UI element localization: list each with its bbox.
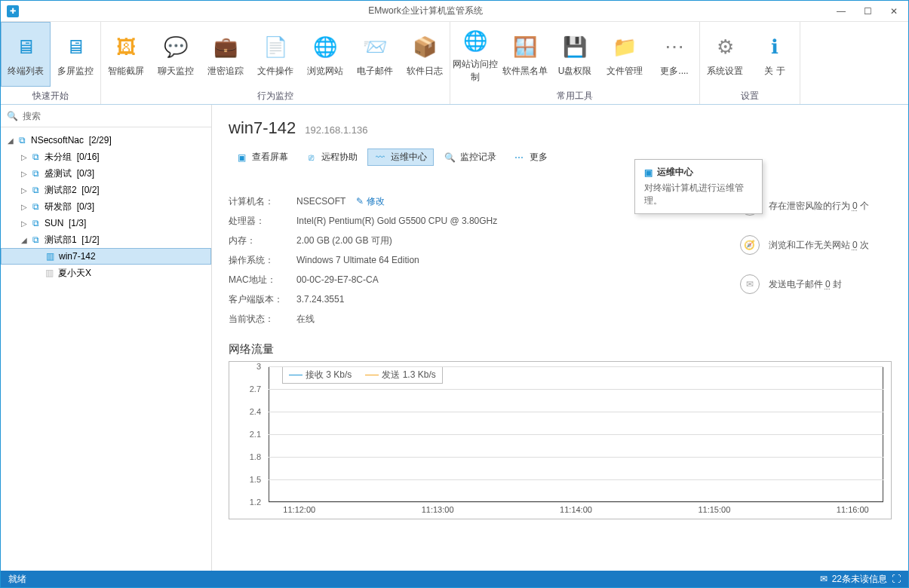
gridline	[269, 479, 883, 480]
more-actions-icon: ⋯	[513, 152, 525, 164]
info-value: Intel(R) Pentium(R) Gold G5500 CPU @ 3.8…	[296, 216, 497, 226]
info-row: 操作系统：Windows 7 Ultimate 64 Edition	[229, 250, 497, 270]
tree-node[interactable]: ▷⧉SUN [1/3]	[1, 215, 211, 231]
xtick: 11:16:00	[837, 505, 869, 514]
host-ip: 192.168.1.136	[305, 124, 367, 136]
info-key: 计算机名：	[229, 195, 296, 208]
window-controls: — ☐ ✕	[832, 5, 902, 18]
tree-node[interactable]: ◢⧉测试部1 [1/2]	[1, 231, 211, 248]
xtick: 11:13:00	[422, 505, 454, 514]
ribbon-sys-set[interactable]: ⚙系统设置	[700, 22, 750, 87]
gridline	[269, 412, 883, 412]
ribbon-label: 软件日志	[407, 65, 443, 78]
group-icon: ⧉	[29, 151, 41, 163]
monitor-log-icon: 🔍	[444, 152, 456, 164]
ribbon-multi-screen[interactable]: 🖥多屏监控	[51, 22, 100, 87]
ribbon-about[interactable]: ℹ关 于	[750, 22, 800, 87]
action-monitor-log[interactable]: 🔍监控记录	[437, 149, 503, 166]
ribbon-label: 更多....	[660, 65, 688, 78]
minimize-button[interactable]: —	[832, 5, 850, 18]
tree-node[interactable]: ▷⧉未分组 [0/16]	[1, 149, 211, 165]
ribbon-label: 系统设置	[707, 65, 743, 78]
more-icon: ⋯	[662, 35, 687, 60]
chart-section: 网络流量 接收 3 Kb/s 发送 1.3 Kb/s 1.21.51.82.12…	[229, 342, 892, 519]
stat-number[interactable]: 0	[852, 240, 858, 250]
info-value: 00-0C-29-E7-8C-CA	[296, 274, 379, 285]
network-chart: 接收 3 Kb/s 发送 1.3 Kb/s 1.21.51.82.12.42.7…	[229, 361, 892, 519]
monitor-icon: 🖥	[63, 35, 88, 60]
ribbon-file-op[interactable]: 📄文件操作	[250, 22, 300, 87]
ribbon-swlog[interactable]: 📦软件日志	[400, 22, 450, 87]
ribbon-group-label: 行为监控	[101, 87, 450, 104]
view-screen-icon: ▣	[235, 152, 247, 164]
close-button[interactable]: ✕	[886, 5, 902, 18]
ribbon-leak-trace[interactable]: 💼泄密追踪	[201, 22, 250, 87]
message-icon: ✉	[820, 574, 828, 584]
action-label: 监控记录	[460, 151, 496, 164]
status-right[interactable]: ✉ 22条未读信息 ⛶	[820, 573, 901, 586]
ribbon-smart-cap[interactable]: 🖼智能截屏	[101, 22, 151, 87]
ribbon-label: 终端列表	[8, 65, 44, 78]
ribbon-terminal-list[interactable]: 🖥终端列表	[1, 22, 51, 87]
ribbon-usb-perm[interactable]: 💾U盘权限	[550, 22, 600, 87]
ribbon-sw-blacklist[interactable]: 🪟软件黑名单	[500, 22, 550, 87]
ribbon-chat-mon[interactable]: 💬聊天监控	[151, 22, 201, 87]
ribbon-browse[interactable]: 🌐浏览网站	[300, 22, 350, 87]
ribbon-label: 网站访问控制	[451, 58, 499, 84]
pc-offline-icon: ▥	[43, 267, 55, 279]
sidebar: 🔍 ◢⧉NSecsoftNac [2/29]▷⧉未分组 [0/16]▷⧉盛测试 …	[1, 105, 212, 571]
tree-node[interactable]: ▥夏小天X	[1, 265, 211, 281]
xtick: 11:12:00	[283, 505, 315, 514]
action-remote-assist[interactable]: ⎚远程协助	[298, 149, 364, 166]
folder-icon: 📁	[612, 35, 637, 60]
edit-name-link[interactable]: ✎修改	[356, 195, 385, 208]
globe-icon: 🌐	[312, 35, 338, 60]
gridline	[269, 389, 883, 390]
ribbon-site-ctrl[interactable]: 🌐网站访问控制	[450, 22, 500, 87]
info-value: 2.00 GB (2.00 GB 可用)	[296, 234, 392, 247]
ribbon-label: 智能截屏	[108, 65, 144, 78]
edit-icon: ✎	[356, 196, 364, 207]
action-more-actions[interactable]: ⋯更多	[506, 149, 554, 166]
tree-node[interactable]: ◢⧉NSecsoftNac [2/29]	[1, 132, 211, 149]
expand-icon[interactable]: ⛶	[892, 574, 901, 584]
status-text: 就绪	[8, 573, 26, 586]
search-box[interactable]: 🔍	[1, 105, 211, 127]
compass-icon: 🧭	[740, 235, 760, 255]
detail-panel: win7-142 192.168.1.136 ▣查看屏幕⎚远程协助〰运维中心🔍监…	[212, 105, 908, 571]
tree-node[interactable]: ▷⧉盛测试 [0/3]	[1, 165, 211, 182]
ribbon-file-mgr[interactable]: 📁文件管理	[600, 22, 650, 87]
tree-node[interactable]: ▥win7-142	[1, 248, 211, 265]
ribbon-label: 软件黑名单	[502, 65, 548, 78]
action-view-screen[interactable]: ▣查看屏幕	[229, 149, 295, 166]
monitor-small-icon: ▣	[644, 167, 653, 178]
tree-node[interactable]: ▷⧉测试部2 [0/2]	[1, 182, 211, 198]
info-row: 内存：2.00 GB (2.00 GB 可用)	[229, 231, 497, 250]
tree-node[interactable]: ▷⧉研发部 [0/3]	[1, 198, 211, 215]
ribbon-email[interactable]: 📨电子邮件	[350, 22, 400, 87]
cube-icon: 📦	[412, 35, 438, 60]
xtick: 11:15:00	[698, 505, 730, 514]
ribbon-group-label: 快速开始	[1, 87, 100, 104]
group-icon: ⧉	[29, 201, 41, 213]
unread-count: 22条未读信息	[832, 573, 887, 586]
stat-number[interactable]: 0	[852, 201, 858, 211]
ribbon-group-label: 常用工具	[450, 87, 699, 104]
gridline	[269, 457, 883, 458]
ytick: 1.8	[250, 452, 261, 461]
search-input[interactable]	[23, 111, 205, 121]
info-row: 客户端版本：3.7.24.3551	[229, 289, 497, 309]
action-ops-center[interactable]: 〰运维中心	[367, 149, 434, 166]
info-key: 操作系统：	[229, 254, 296, 267]
ribbon-more[interactable]: ⋯更多....	[650, 22, 699, 87]
ytick: 1.2	[250, 498, 261, 507]
usb-icon: 💾	[562, 35, 588, 60]
maximize-button[interactable]: ☐	[859, 5, 877, 18]
chart-plot	[269, 366, 883, 502]
main-area: 🔍 ◢⧉NSecsoftNac [2/29]▷⧉未分组 [0/16]▷⧉盛测试 …	[1, 105, 908, 571]
stat-number[interactable]: 0	[825, 279, 831, 289]
ribbon-toolbar: 🖥终端列表🖥多屏监控快速开始🖼智能截屏💬聊天监控💼泄密追踪📄文件操作🌐浏览网站📨…	[1, 22, 908, 105]
globe-block-icon: 🌐	[462, 28, 488, 54]
info-key: 客户端版本：	[229, 293, 296, 306]
ytick: 2.4	[250, 407, 261, 416]
